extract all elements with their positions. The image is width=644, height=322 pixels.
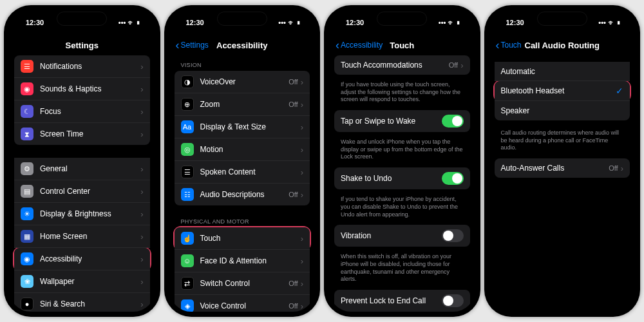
cell-siri-search[interactable]: ●Siri & Search [14, 293, 150, 312]
cell-detail: Off [609, 164, 618, 172]
spoken-content-icon: ☰ [181, 166, 194, 178]
option-speaker[interactable]: Speaker [495, 101, 630, 120]
cell-auto-answer[interactable]: Auto-Answer CallsOff [495, 158, 630, 178]
cell-label: Shake to Undo [341, 174, 442, 183]
status-time: 12:30 [346, 19, 364, 26]
chevron-right-icon [301, 77, 303, 87]
face-id-attention-icon: ☺ [181, 254, 194, 267]
nav-bar: Touch Call Audio Routing [489, 35, 636, 55]
footer-note: If you tend to shake your iPhone by acci… [334, 193, 470, 225]
cell-general[interactable]: ⚙General [14, 158, 150, 180]
cell-tap-or-swipe-to-wake[interactable]: Tap or Swipe to Wake [334, 110, 470, 132]
back-button[interactable]: Touch [496, 41, 522, 50]
cell-label: Tap or Swipe to Wake [341, 117, 442, 126]
cell-display-text-size[interactable]: AaDisplay & Text Size [175, 116, 310, 138]
nav-bar: Settings [9, 35, 155, 55]
section-header-vision: Vision [175, 55, 310, 71]
toggle[interactable] [442, 294, 464, 307]
dynamic-island [217, 12, 267, 26]
touch-icon: ☝ [181, 232, 194, 245]
chevron-right-icon [140, 187, 143, 196]
footer-note: Wake and unlock iPhone when you tap the … [334, 136, 470, 167]
voice-control-icon: ◈ [181, 299, 194, 312]
status-time: 12:30 [506, 19, 524, 26]
dynamic-island [377, 12, 427, 26]
focus-icon: ☾ [21, 105, 33, 118]
cell-switch-control[interactable]: ⇄Switch ControlOff [175, 272, 310, 295]
chevron-right-icon [140, 209, 143, 219]
cell-touch[interactable]: ☝Touch [175, 227, 310, 250]
cell-touch-accommodations[interactable]: Touch AccommodationsOff [334, 55, 470, 75]
settings-list[interactable]: ☰Notifications◉Sounds & Haptics☾Focus⧗Sc… [9, 55, 155, 312]
cell-voiceover[interactable]: ◑VoiceOverOff [175, 71, 310, 93]
cell-label: Face ID & Attention [200, 256, 301, 265]
chevron-right-icon [621, 164, 623, 173]
cell-display-brightness[interactable]: ☀Display & Brightness [14, 203, 150, 225]
cell-zoom[interactable]: ⊕ZoomOff [175, 93, 310, 116]
cell-label: Switch Control [200, 279, 289, 288]
cell-label: Voice Control [200, 301, 289, 310]
chevron-right-icon [301, 100, 303, 109]
cell-spoken-content[interactable]: ☰Spoken Content [175, 161, 310, 184]
routing-list[interactable]: AutomaticBluetooth Headset✓SpeakerCall a… [489, 55, 636, 312]
cell-audio-descriptions[interactable]: ☷Audio DescriptionsOff [175, 184, 310, 205]
chevron-right-icon [140, 164, 143, 174]
cell-voice-control[interactable]: ◈Voice ControlOff [175, 295, 310, 312]
general-icon: ⚙ [21, 162, 33, 175]
toggle[interactable] [442, 115, 464, 128]
cell-motion[interactable]: ◎Motion [175, 138, 310, 161]
phone-settings: 12:30 ••• ᯤ ▮ Settings ☰Notifications◉So… [4, 5, 160, 317]
cell-label: Motion [200, 145, 301, 154]
cell-vibration[interactable]: Vibration [334, 225, 470, 247]
cell-label: Focus [40, 107, 140, 116]
chevron-right-icon [301, 122, 303, 132]
cell-home-screen[interactable]: ▦Home Screen [14, 225, 150, 248]
cell-focus[interactable]: ☾Focus [14, 100, 150, 123]
status-indicators: ••• ᯤ ▮ [439, 19, 461, 26]
home-screen-icon: ▦ [21, 230, 33, 243]
motion-icon: ◎ [181, 143, 194, 156]
chevron-right-icon [140, 129, 143, 139]
cell-screen-time[interactable]: ⧗Screen Time [14, 123, 150, 145]
zoom-icon: ⊕ [181, 98, 194, 111]
wallpaper-icon: ❀ [21, 275, 33, 288]
option-bluetooth-headset[interactable]: Bluetooth Headset✓ [495, 81, 630, 101]
cell-label: Display & Brightness [40, 209, 140, 218]
phone-accessibility: 12:30 ••• ᯤ ▮ Settings Accessibility Vis… [164, 5, 321, 317]
dynamic-island [537, 12, 587, 26]
accessibility-icon: ◉ [21, 252, 33, 265]
cell-control-center[interactable]: ▤Control Center [14, 180, 150, 203]
cell-prevent-lock-to-end-call[interactable]: Prevent Lock to End Call [334, 290, 470, 312]
display-brightness-icon: ☀ [21, 207, 33, 220]
dynamic-island [57, 12, 107, 26]
chevron-right-icon [301, 167, 303, 177]
cell-face-id-attention[interactable]: ☺Face ID & Attention [175, 250, 310, 272]
accessibility-list[interactable]: Vision◑VoiceOverOff⊕ZoomOffAaDisplay & T… [169, 55, 316, 312]
touch-list[interactable]: Touch AccommodationsOffIf you have troub… [329, 55, 475, 312]
cell-label: Touch Accommodations [341, 61, 449, 70]
cell-label: Touch [200, 234, 301, 243]
cell-label: Speaker [501, 106, 624, 115]
cell-sounds-haptics[interactable]: ◉Sounds & Haptics [14, 78, 150, 100]
voiceover-icon: ◑ [181, 75, 194, 88]
option-automatic[interactable]: Automatic [495, 62, 630, 81]
cell-detail: Off [289, 302, 298, 310]
nav-bar: Settings Accessibility [169, 35, 316, 55]
toggle[interactable] [442, 172, 464, 185]
cell-label: Spoken Content [200, 167, 301, 176]
cell-notifications[interactable]: ☰Notifications [14, 55, 150, 78]
phone-touch: 12:30 ••• ᯤ ▮ Accessibility Touch Touch … [324, 5, 480, 317]
back-button[interactable]: Settings [176, 41, 209, 50]
cell-label: Bluetooth Headset [501, 86, 616, 95]
cell-accessibility[interactable]: ◉Accessibility [14, 248, 150, 270]
page-title: Accessibility [216, 41, 268, 50]
chevron-right-icon [301, 256, 303, 266]
control-center-icon: ▤ [21, 185, 33, 198]
siri-search-icon: ● [21, 298, 33, 310]
cell-shake-to-undo[interactable]: Shake to Undo [334, 167, 470, 189]
sounds-haptics-icon: ◉ [21, 82, 33, 95]
back-button[interactable]: Accessibility [336, 41, 383, 50]
toggle[interactable] [442, 229, 464, 242]
cell-wallpaper[interactable]: ❀Wallpaper [14, 270, 150, 293]
cell-detail: Off [449, 61, 458, 69]
